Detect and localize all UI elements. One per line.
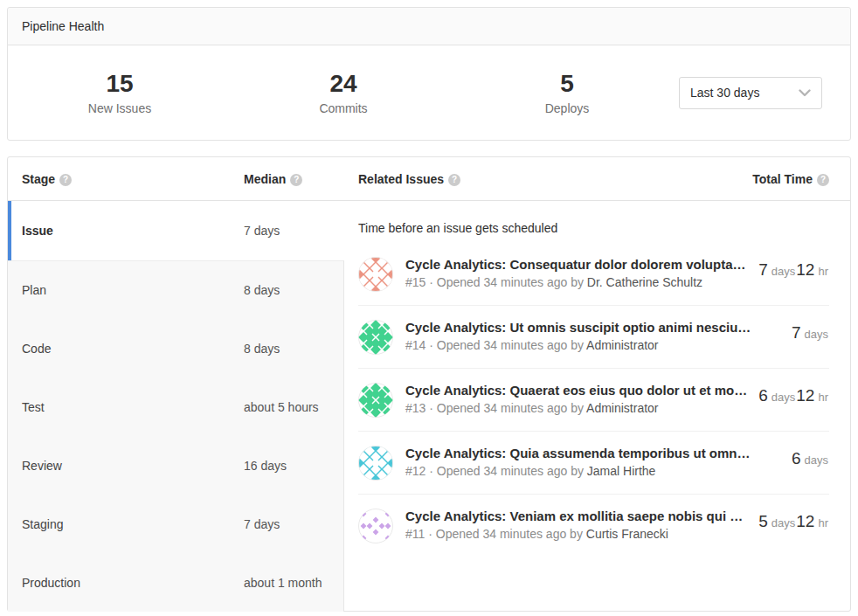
stage-nav: Issue 7 days Plan 8 days Code 8 days Tes… [8,201,344,611]
stage-row[interactable]: Test about 5 hours [8,377,344,436]
stage-median: 7 days [244,224,280,238]
total-time-unit: hr [818,391,828,404]
total-time-value: 5 [758,512,768,530]
issue-total-time: 6days12hr [758,383,829,405]
issue-author-avatar[interactable] [358,446,393,481]
summary-stats: 15 New Issues 24 Commits 5 Deploys Last … [8,45,850,140]
issue-ref: #14 [405,338,426,352]
stat-new-issues-value: 15 [8,70,232,98]
stat-commits: 24 Commits [232,70,455,114]
stage-name: Review [22,459,244,473]
total-time-unit: days [805,453,828,467]
stage-row[interactable]: Staging 7 days [8,495,344,553]
total-time-unit: days [772,391,795,404]
stage-median: 8 days [244,283,280,297]
issue-meta: #13 · Opened 34 minutes ago by Administr… [405,401,748,415]
issue-author-link[interactable]: Jamal Hirthe [587,464,656,478]
stage-median: 7 days [244,517,280,531]
cycle-stages-panel: Stage? Median? Related Issues? Total Tim… [7,156,851,612]
stage-median: about 5 hours [244,400,319,414]
help-icon[interactable]: ? [817,174,829,186]
issue-ref: #13 [405,401,426,415]
issue-title[interactable]: Cycle Analytics: Veniam ex mollitia saep… [405,509,748,523]
total-time-unit: hr [818,265,828,278]
stage-median: about 1 month [244,576,322,590]
table-header-row: Stage? Median? Related Issues? Total Tim… [8,157,850,201]
header-median-label: Median [244,172,286,186]
issue-opened-text: · Opened 34 minutes ago by [426,464,586,478]
issue-title[interactable]: Cycle Analytics: Consequatur dolor dolor… [405,257,748,272]
date-range-dropdown[interactable]: Last 30 days [679,77,822,109]
stage-row[interactable]: Review 16 days [8,436,344,495]
issue-opened-text: · Opened 34 minutes ago by [425,527,585,541]
stage-name: Code [22,342,244,356]
issue-title[interactable]: Cycle Analytics: Quaerat eos eius quo do… [405,383,748,398]
issue-meta: #12 · Opened 34 minutes ago by Jamal Hir… [405,464,781,478]
issue-body: Cycle Analytics: Consequatur dolor dolor… [405,257,748,289]
issue-title[interactable]: Cycle Analytics: Quia assumenda temporib… [405,446,781,460]
issue-author-link[interactable]: Administrator [586,338,658,352]
total-time-value: 12 [796,386,814,405]
header-related-issues-label: Related Issues [358,172,444,186]
stage-name: Staging [22,517,244,531]
table-body: Issue 7 days Plan 8 days Code 8 days Tes… [8,201,850,611]
issue-list: Cycle Analytics: Consequatur dolor dolor… [358,243,829,557]
stage-row[interactable]: Production about 1 month [8,553,344,612]
issue-ref: #11 [405,527,425,541]
issue-body: Cycle Analytics: Veniam ex mollitia saep… [405,509,748,541]
issue-title[interactable]: Cycle Analytics: Ut omnis suscipit optio… [405,320,781,335]
total-time-value: 7 [792,323,801,342]
issue-body: Cycle Analytics: Quaerat eos eius quo do… [405,383,748,415]
total-time-unit: days [805,328,828,341]
issue-author-link[interactable]: Curtis Franecki [586,527,668,541]
issue-total-time: 5days12hr [758,509,829,531]
issue-author-avatar[interactable] [358,509,393,543]
panel-title: Pipeline Health [8,8,850,45]
issue-ref: #12 [405,464,426,478]
issue-opened-text: · Opened 34 minutes ago by [426,401,586,415]
stage-row[interactable]: Plan 8 days [8,260,344,319]
total-time-unit: days [772,516,795,529]
stat-new-issues-label: New Issues [8,101,232,115]
header-total-time: Total Time? [698,172,829,186]
issue-total-time: 7days [792,320,829,343]
stage-row[interactable]: Issue 7 days [8,201,344,260]
total-time-unit: days [772,265,795,278]
issue-ref: #15 [405,275,426,289]
help-icon[interactable]: ? [290,174,302,186]
stage-median: 16 days [244,459,287,473]
issue-author-link[interactable]: Dr. Catherine Schultz [587,275,702,289]
help-icon[interactable]: ? [59,174,72,186]
stage-name: Issue [22,224,244,238]
issue-author-avatar[interactable] [358,257,393,292]
issue-author-link[interactable]: Administrator [586,401,658,415]
issue-body: Cycle Analytics: Ut omnis suscipit optio… [405,320,781,352]
total-time-value: 6 [792,449,801,467]
stat-deploys-label: Deploys [455,101,679,115]
stat-deploys: 5 Deploys [455,70,679,114]
issue-meta: #14 · Opened 34 minutes ago by Administr… [405,338,781,352]
stage-description: Time before an issue gets scheduled [358,201,829,235]
issue-row: Cycle Analytics: Ut omnis suscipit optio… [358,306,829,369]
issue-total-time: 6days [792,446,829,468]
issue-author-avatar[interactable] [358,320,393,355]
issue-row: Cycle Analytics: Veniam ex mollitia saep… [358,495,829,557]
issue-meta: #15 · Opened 34 minutes ago by Dr. Cathe… [405,275,748,289]
issue-opened-text: · Opened 34 minutes ago by [426,338,586,352]
pipeline-health-panel: Pipeline Health 15 New Issues 24 Commits… [7,7,851,141]
issue-row: Cycle Analytics: Consequatur dolor dolor… [358,243,829,306]
help-icon[interactable]: ? [448,174,460,186]
header-stage: Stage? [22,172,244,186]
header-related-issues: Related Issues? [358,172,698,186]
total-time-value: 12 [796,260,814,279]
stat-new-issues: 15 New Issues [8,70,232,114]
stage-name: Test [22,400,244,414]
total-time-value: 6 [758,386,768,405]
issue-author-avatar[interactable] [358,383,393,418]
stage-row[interactable]: Code 8 days [8,319,344,377]
issue-total-time: 7days12hr [758,257,829,280]
cycle-analytics-page: Pipeline Health 15 New Issues 24 Commits… [0,0,858,616]
total-time-unit: hr [818,516,828,529]
stat-commits-value: 24 [232,70,455,98]
date-range-selected: Last 30 days [690,86,759,100]
